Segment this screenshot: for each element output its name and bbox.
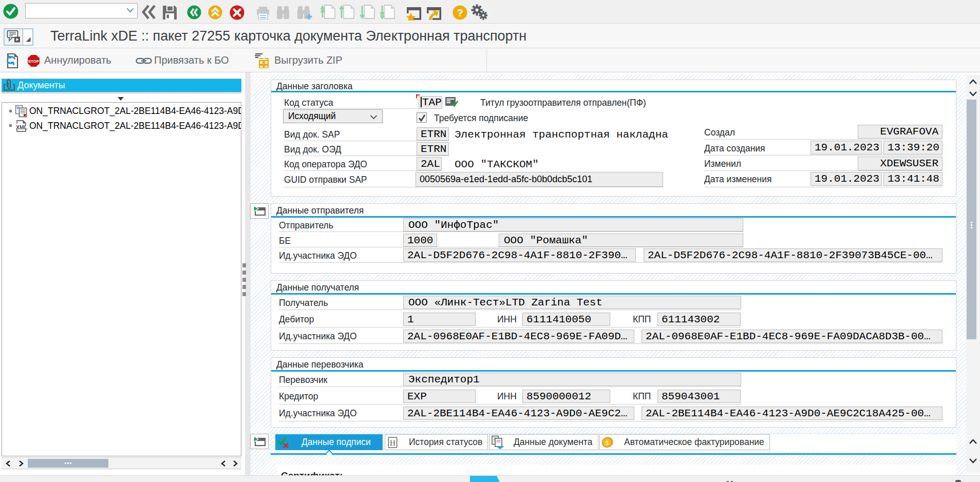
svg-text:H: H [390, 439, 395, 447]
svg-text:?: ? [457, 7, 463, 18]
svg-text:5: 5 [606, 439, 609, 447]
svg-text:STOP: STOP [28, 59, 40, 64]
svg-text:XML: XML [16, 124, 28, 130]
